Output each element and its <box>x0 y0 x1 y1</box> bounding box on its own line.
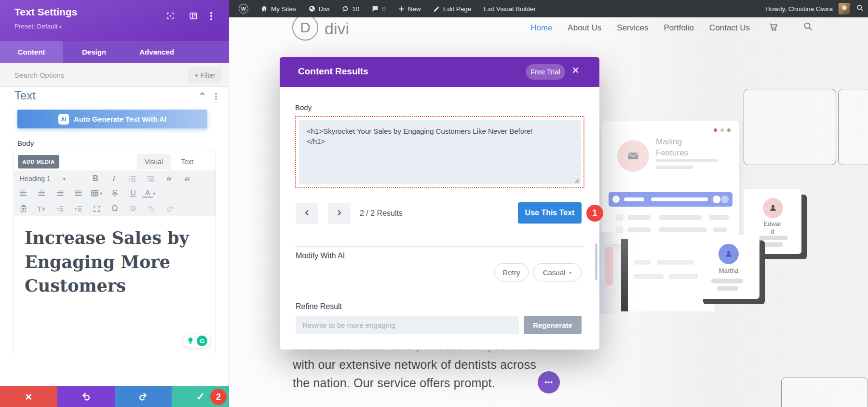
paragraph-line: the nation. Our service offers prompt. <box>293 376 495 390</box>
wordpress-logo-icon[interactable]: W <box>235 0 252 17</box>
nav-services[interactable]: Services <box>617 23 648 33</box>
indent-icon[interactable] <box>69 202 87 215</box>
edit-page-item[interactable]: Edit Page <box>429 0 475 17</box>
traffic-dots-icon <box>714 128 731 132</box>
emoji-icon[interactable]: ☺ <box>124 202 142 215</box>
editor-content-area[interactable]: Increase Sales by Engaging More Customer… <box>14 216 216 354</box>
retry-button[interactable]: Retry <box>494 263 529 281</box>
search-options-bar: + Filter <box>0 63 229 87</box>
refine-input[interactable] <box>296 316 519 334</box>
align-left-icon[interactable] <box>14 187 32 199</box>
focus-mode-icon[interactable] <box>166 12 175 22</box>
close-icon[interactable]: × <box>572 64 579 76</box>
underline-icon[interactable]: U <box>124 187 142 199</box>
table-icon[interactable]: ▾ <box>87 187 106 199</box>
modal-title: Content Results <box>298 66 368 77</box>
search-options-input[interactable] <box>14 68 174 82</box>
avatar[interactable] <box>839 3 850 14</box>
nav-home[interactable]: Home <box>530 23 552 33</box>
grammarly-widget[interactable]: G <box>183 334 211 348</box>
settings-tabs: Content Design Advanced <box>0 41 229 63</box>
site-logo-text[interactable]: divi <box>325 19 349 38</box>
my-sites-item[interactable]: My Sites <box>257 0 300 17</box>
italic-icon[interactable]: I <box>105 172 123 185</box>
chevron-right-icon: › <box>337 205 341 220</box>
link-icon[interactable] <box>160 172 178 185</box>
kebab-menu-icon[interactable] <box>210 11 212 21</box>
outline-box-1 <box>744 89 836 165</box>
mailing-card: Mailing Features <box>602 121 739 244</box>
strikethrough-icon[interactable]: S <box>106 187 124 199</box>
result-body-textarea[interactable]: <h1>Skyrocket Your Sales by Engaging Cus… <box>299 120 581 184</box>
fullscreen-icon[interactable] <box>87 202 106 215</box>
undo-icon[interactable] <box>142 202 161 215</box>
text-section-toggle[interactable]: Text <box>14 89 36 102</box>
mockup-bar <box>601 289 616 295</box>
bold-icon[interactable]: B <box>86 172 105 185</box>
tab-design[interactable]: Design <box>63 41 125 63</box>
paste-as-text-icon[interactable] <box>14 202 32 215</box>
outline-box-3 <box>781 378 868 407</box>
justify-icon[interactable] <box>69 187 87 199</box>
align-right-icon[interactable] <box>51 187 69 199</box>
blockquote-icon[interactable]: “ <box>178 172 196 185</box>
check-icon: ✓ <box>196 391 204 403</box>
mockup-dark-bar <box>621 239 628 311</box>
new-item[interactable]: New <box>394 0 425 17</box>
exit-visual-builder-item[interactable]: Exit Visual Builder <box>479 0 540 17</box>
undo-button[interactable] <box>57 386 115 407</box>
prev-result-button[interactable]: ‹ <box>296 203 318 224</box>
updates-item[interactable]: 10 <box>338 0 363 17</box>
regenerate-button[interactable]: Regenerate <box>524 316 582 334</box>
resize-handle-icon[interactable] <box>574 178 580 183</box>
comments-item[interactable]: 0 <box>367 0 390 17</box>
text-color-icon[interactable]: A <box>142 188 153 198</box>
site-search-icon[interactable] <box>803 21 814 34</box>
chevron-down-icon: ▾ <box>569 270 571 275</box>
redo-icon[interactable] <box>161 202 179 215</box>
discard-button[interactable]: × <box>0 386 57 407</box>
heading-format-select[interactable]: Heading 1▾ <box>14 175 86 182</box>
update-icon <box>341 5 349 13</box>
editor-heading-text[interactable]: Increase Sales by Engaging More Customer… <box>25 226 194 298</box>
screen: D divi Home About Us Services Portfolio … <box>0 0 868 407</box>
add-media-button[interactable]: ADD MEDIA <box>18 155 59 168</box>
redo-button[interactable] <box>115 386 172 407</box>
nav-contact[interactable]: Contact Us <box>709 23 750 33</box>
chevron-up-icon[interactable]: ⌃ <box>199 91 206 101</box>
tab-content[interactable]: Content <box>0 41 63 63</box>
cart-icon[interactable] <box>768 21 779 34</box>
howdy-label[interactable]: Howdy, Christina Gwira <box>765 5 833 13</box>
section-kebab-icon[interactable] <box>215 92 217 101</box>
tone-dropdown[interactable]: Casual▾ <box>533 263 582 281</box>
preset-selector[interactable]: Preset: Default ▾ <box>14 23 62 30</box>
editor-tab-text[interactable]: Text <box>173 154 201 169</box>
tab-advanced[interactable]: Advanced <box>125 41 188 63</box>
nav-portfolio[interactable]: Portfolio <box>664 23 693 33</box>
next-result-button[interactable]: › <box>328 203 351 224</box>
use-this-text-button[interactable]: Use This Text <box>518 202 582 224</box>
numbered-list-icon[interactable] <box>141 172 160 185</box>
site-logo[interactable]: D <box>292 14 318 41</box>
mailing-card-title: Mailing Features <box>656 137 702 159</box>
mockup-blue-row <box>609 192 732 207</box>
modal-scrollbar[interactable] <box>595 243 597 280</box>
builder-action-bar: × ✓ <box>0 386 229 407</box>
divi-menu-item[interactable]: Divi <box>304 0 334 17</box>
align-center-icon[interactable] <box>32 187 51 199</box>
auto-generate-ai-button[interactable]: AI Auto Generate Text With AI <box>17 110 207 128</box>
clear-formatting-icon[interactable]: T× <box>32 202 51 215</box>
bullet-list-icon[interactable] <box>123 172 141 185</box>
outdent-icon[interactable] <box>51 202 69 215</box>
module-options-button[interactable]: ••• <box>538 371 560 393</box>
person-name: Martha <box>714 267 743 275</box>
admin-search-icon[interactable] <box>856 4 864 14</box>
panel-layout-icon[interactable] <box>189 12 198 22</box>
filter-button[interactable]: + Filter <box>188 67 222 83</box>
body-field-label: Body <box>17 139 34 147</box>
chevron-down-icon[interactable]: ▾ <box>153 191 155 196</box>
nav-about[interactable]: About Us <box>568 23 601 33</box>
special-character-icon[interactable]: Ω <box>106 202 124 215</box>
results-counter: 2 / 2 Results <box>360 209 403 218</box>
editor-tab-visual[interactable]: Visual <box>137 154 171 169</box>
